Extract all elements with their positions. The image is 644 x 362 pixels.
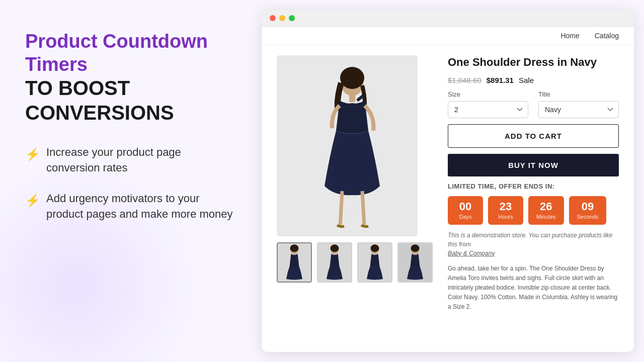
price-row: $1,048.60 $891.31 Sale — [448, 76, 619, 84]
timer-minutes-unit: Minutes — [536, 214, 556, 220]
svg-rect-4 — [349, 93, 355, 102]
sale-badge: Sale — [519, 76, 534, 84]
timer-minutes: 26 Minutes — [528, 196, 564, 225]
feature-text-1: Increase your product page conversion ra… — [46, 145, 236, 176]
timer-seconds: 09 Seconds — [569, 196, 607, 225]
timer-days: 00 Days — [448, 196, 483, 225]
thumbnail-row — [277, 242, 433, 283]
title-select[interactable]: Navy Black White — [538, 101, 619, 118]
add-to-cart-button[interactable]: ADD TO CART — [448, 124, 619, 148]
thumbnail-4[interactable] — [397, 242, 433, 283]
browser-nav: Home Catalog — [262, 27, 634, 45]
size-label: Size — [448, 90, 528, 98]
dot-red[interactable] — [270, 15, 276, 21]
svg-point-16 — [411, 244, 420, 252]
product-title: One Shoulder Dress in Navy — [448, 55, 619, 70]
timer-hours-value: 23 — [496, 201, 515, 212]
price-original: $1,048.60 — [448, 76, 481, 84]
price-sale: $891.31 — [487, 76, 514, 84]
svg-point-7 — [290, 244, 299, 252]
product-details: One Shoulder Dress in Navy $1,048.60 $89… — [448, 55, 619, 342]
product-description: Go ahead, take her for a spin. The One S… — [448, 264, 619, 312]
lightning-icon-1: ⚡ — [25, 146, 40, 163]
timer-seconds-value: 09 — [577, 201, 599, 212]
countdown-label: LIMITED TIME, OFFER ENDS IN: — [448, 183, 619, 190]
feature-item-2: ⚡ Add urgency motivators to your product… — [25, 191, 236, 222]
svg-point-3 — [340, 67, 364, 89]
right-panel: Home Catalog — [262, 0, 644, 362]
nav-home[interactable]: Home — [560, 32, 579, 40]
thumbnail-2[interactable] — [317, 242, 352, 283]
browser-content: One Shoulder Dress in Navy $1,048.60 $89… — [262, 45, 634, 352]
thumbnail-1[interactable] — [277, 242, 312, 283]
product-image-svg — [277, 55, 418, 236]
countdown-section: LIMITED TIME, OFFER ENDS IN: 00 Days 23 … — [448, 183, 619, 225]
countdown-timers: 00 Days 23 Hours 26 Minutes 09 — [448, 196, 619, 225]
feature-item-1: ⚡ Increase your product page conversion … — [25, 145, 236, 176]
dot-green[interactable] — [289, 15, 295, 21]
lightning-icon-2: ⚡ — [25, 192, 40, 209]
feature-text-2: Add urgency motivators to your product p… — [46, 191, 236, 222]
thumbnail-3[interactable] — [357, 242, 392, 283]
browser-window: Home Catalog — [262, 10, 634, 352]
svg-point-13 — [371, 244, 379, 252]
timer-seconds-unit: Seconds — [577, 214, 599, 220]
demo-text: This is a demonstration store. You can p… — [448, 231, 619, 258]
demo-link[interactable]: Baby & Company — [448, 250, 495, 257]
svg-point-10 — [331, 244, 339, 252]
left-panel: Product Countdown Timers TO BOOST CONVER… — [0, 0, 262, 362]
title-label: Title — [538, 90, 619, 98]
title-option-group: Title Navy Black White — [538, 90, 619, 118]
timer-hours-unit: Hours — [496, 214, 515, 220]
browser-titlebar — [262, 10, 634, 27]
size-option-group: Size 2 4 6 8 — [448, 90, 528, 118]
timer-hours: 23 Hours — [488, 196, 523, 225]
size-select[interactable]: 2 4 6 8 — [448, 101, 528, 118]
buy-now-button[interactable]: BUY IT NOW — [448, 154, 619, 176]
title-black: TO BOOST CONVERSIONS — [25, 77, 174, 124]
product-image-section — [277, 55, 433, 342]
dot-yellow[interactable] — [279, 15, 285, 21]
timer-days-value: 00 — [456, 201, 475, 212]
timer-minutes-value: 26 — [536, 201, 556, 212]
options-row: Size 2 4 6 8 Title Navy Black — [448, 90, 619, 118]
nav-catalog[interactable]: Catalog — [595, 32, 619, 40]
main-product-image — [277, 55, 418, 236]
title-purple: Product Countdown Timers — [25, 31, 208, 75]
timer-days-unit: Days — [456, 214, 475, 220]
main-title: Product Countdown Timers TO BOOST CONVER… — [25, 30, 236, 125]
